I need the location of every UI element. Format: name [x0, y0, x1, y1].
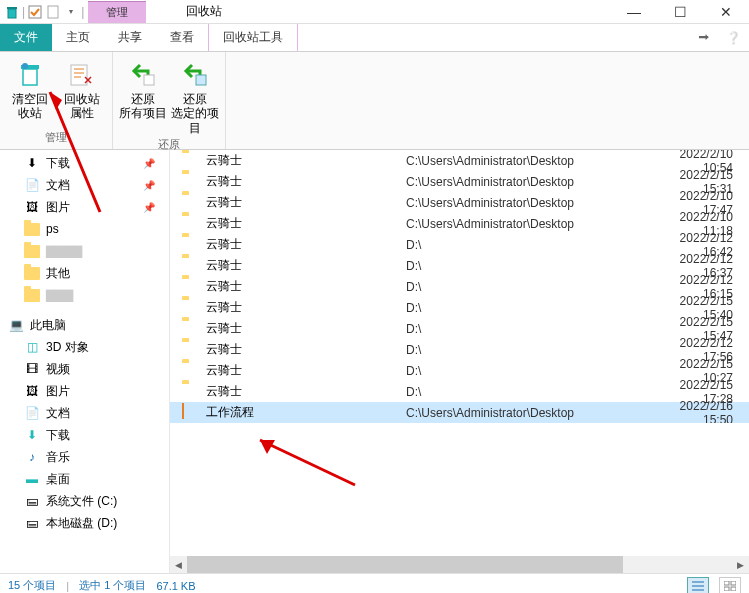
- checkbox-icon[interactable]: [27, 4, 43, 20]
- nav-blurred-1[interactable]: ▇▇▇▇: [0, 240, 169, 262]
- navigation-pane: ⬇下载📌 📄文档📌 🖼图片📌 ps ▇▇▇▇ 其他 ▇▇▇ 💻此电脑 ◫3D 对…: [0, 150, 170, 573]
- horizontal-scrollbar[interactable]: ◀ ▶: [170, 556, 749, 573]
- recycle-bin-properties-button[interactable]: 回收站属性: [58, 56, 106, 128]
- nav-blurred-2[interactable]: ▇▇▇: [0, 284, 169, 306]
- nav-documents[interactable]: 📄文档📌: [0, 174, 169, 196]
- nav-this-pc[interactable]: 💻此电脑: [0, 314, 169, 336]
- file-location: C:\Users\Administrator\Desktop: [406, 196, 656, 210]
- file-name: 云骑士: [206, 152, 406, 169]
- folder-icon: [182, 173, 200, 191]
- restore-selected-icon: [179, 58, 211, 90]
- nav-ps[interactable]: ps: [0, 218, 169, 240]
- file-name: 工作流程: [206, 404, 406, 421]
- help-icon[interactable]: ❔: [718, 24, 749, 51]
- folder-icon: [182, 320, 200, 338]
- tab-recycle-tools[interactable]: 回收站工具: [208, 24, 298, 51]
- folder-icon: [182, 257, 200, 275]
- svg-rect-3: [48, 6, 58, 18]
- drive-icon: 🖴: [24, 493, 40, 509]
- status-size: 67.1 KB: [156, 580, 195, 592]
- file-row[interactable]: 工作流程C:\Users\Administrator\Desktop2022/2…: [170, 402, 749, 423]
- svg-rect-11: [731, 581, 736, 585]
- folder-icon: [182, 236, 200, 254]
- file-location: C:\Users\Administrator\Desktop: [406, 175, 656, 189]
- file-location: D:\: [406, 238, 656, 252]
- ribbon-group-restore: 还原所有项目 还原选定的项目 还原: [113, 52, 226, 149]
- file-name: 云骑士: [206, 383, 406, 400]
- recycle-bin-icon: [4, 4, 20, 20]
- folder-icon: [24, 265, 40, 281]
- download-icon: ⬇: [24, 427, 40, 443]
- file-name: 云骑士: [206, 257, 406, 274]
- nav-pictures-2[interactable]: 🖼图片: [0, 380, 169, 402]
- minimize-ribbon-icon[interactable]: ⮕: [690, 24, 718, 51]
- folder-icon: [24, 221, 40, 237]
- pc-icon: 💻: [8, 317, 24, 333]
- title-bar: | ▾ | 管理 回收站 — ☐ ✕: [0, 0, 749, 24]
- nav-3d-objects[interactable]: ◫3D 对象: [0, 336, 169, 358]
- scroll-right-icon[interactable]: ▶: [732, 556, 749, 573]
- file-name: 云骑士: [206, 278, 406, 295]
- folder-icon: [182, 152, 200, 170]
- svg-rect-0: [8, 9, 16, 18]
- minimize-button[interactable]: —: [611, 0, 657, 24]
- nav-downloads-2[interactable]: ⬇下载: [0, 424, 169, 446]
- svg-rect-4: [23, 69, 37, 85]
- document-icon: 📄: [24, 177, 40, 193]
- folder-icon: [182, 278, 200, 296]
- close-button[interactable]: ✕: [703, 0, 749, 24]
- nav-downloads[interactable]: ⬇下载📌: [0, 152, 169, 174]
- ribbon-group-manage: 清空回收站 回收站属性 管理: [0, 52, 113, 149]
- tab-view[interactable]: 查看: [156, 24, 208, 51]
- dropdown-icon[interactable]: ▾: [63, 4, 79, 20]
- file-name: 云骑士: [206, 341, 406, 358]
- icons-view-button[interactable]: [719, 577, 741, 594]
- maximize-button[interactable]: ☐: [657, 0, 703, 24]
- folder-icon: [24, 287, 40, 303]
- nav-other[interactable]: 其他: [0, 262, 169, 284]
- file-name: 云骑士: [206, 173, 406, 190]
- file-location: D:\: [406, 259, 656, 273]
- nav-pictures[interactable]: 🖼图片📌: [0, 196, 169, 218]
- tab-share[interactable]: 共享: [104, 24, 156, 51]
- file-name: 云骑士: [206, 299, 406, 316]
- menu-bar: 文件 主页 共享 查看 回收站工具 ⮕ ❔: [0, 24, 749, 52]
- file-location: D:\: [406, 322, 656, 336]
- file-name: 云骑士: [206, 215, 406, 232]
- details-view-button[interactable]: [687, 577, 709, 594]
- nav-desktop[interactable]: ▬桌面: [0, 468, 169, 490]
- qat-separator: |: [22, 5, 25, 19]
- file-location: C:\Users\Administrator\Desktop: [406, 406, 656, 420]
- pin-icon: 📌: [143, 180, 169, 191]
- picture-icon: 🖼: [24, 383, 40, 399]
- tab-file[interactable]: 文件: [0, 24, 52, 51]
- file-location: D:\: [406, 343, 656, 357]
- file-location: D:\: [406, 280, 656, 294]
- nav-documents-2[interactable]: 📄文档: [0, 402, 169, 424]
- window-title: 回收站: [146, 3, 262, 20]
- context-tab-label: 管理: [88, 1, 146, 23]
- picture-icon: 🖼: [24, 199, 40, 215]
- scroll-thumb[interactable]: [187, 556, 623, 573]
- scroll-left-icon[interactable]: ◀: [170, 556, 187, 573]
- folder-icon: [182, 194, 200, 212]
- status-bar: 15 个项目 | 选中 1 个项目 67.1 KB: [0, 573, 749, 593]
- tab-home[interactable]: 主页: [52, 24, 104, 51]
- properties-icon: [66, 58, 98, 90]
- document-icon[interactable]: [45, 4, 61, 20]
- nav-d-drive[interactable]: 🖴本地磁盘 (D:): [0, 512, 169, 534]
- svg-rect-1: [7, 7, 17, 9]
- status-selection: 选中 1 个项目: [79, 578, 146, 593]
- restore-all-button[interactable]: 还原所有项目: [119, 56, 167, 135]
- svg-point-6: [22, 63, 28, 69]
- nav-music[interactable]: ♪音乐: [0, 446, 169, 468]
- nav-videos[interactable]: 🎞视频: [0, 358, 169, 380]
- nav-c-drive[interactable]: 🖴系统文件 (C:): [0, 490, 169, 512]
- restore-selected-button[interactable]: 还原选定的项目: [171, 56, 219, 135]
- status-separator: |: [66, 580, 69, 592]
- file-location: D:\: [406, 385, 656, 399]
- content-area: ⬇下载📌 📄文档📌 🖼图片📌 ps ▇▇▇▇ 其他 ▇▇▇ 💻此电脑 ◫3D 对…: [0, 150, 749, 573]
- file-location: D:\: [406, 364, 656, 378]
- empty-recycle-bin-button[interactable]: 清空回收站: [6, 56, 54, 128]
- file-list: 云骑士C:\Users\Administrator\Desktop2022/2/…: [170, 150, 749, 573]
